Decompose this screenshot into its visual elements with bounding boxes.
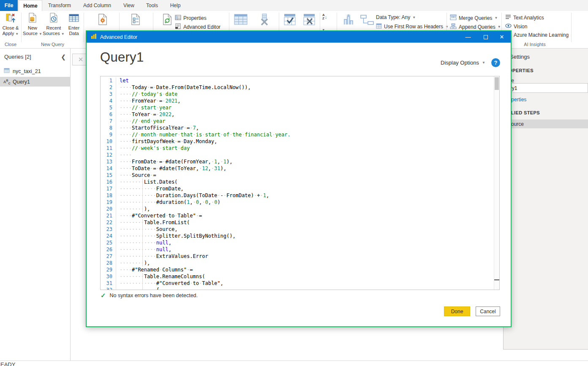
new-source-icon bbox=[27, 12, 38, 24]
code-line: 9····//·month·number·that·is·start·of·th… bbox=[101, 131, 494, 138]
group-separator bbox=[571, 13, 572, 42]
recent-sources-button[interactable]: Recent Sources ▼ bbox=[43, 12, 65, 37]
line-number: 14 bbox=[101, 165, 116, 172]
tab-transform[interactable]: Transform bbox=[44, 0, 75, 11]
code-line: 10····firstDayofWeek·=·Day.Monday, bbox=[101, 138, 494, 145]
chevron-down-icon: ▼ bbox=[39, 32, 42, 36]
code-line: 31············#"Converted·to·Table", bbox=[101, 280, 494, 287]
group-by-icon bbox=[360, 14, 374, 27]
done-button[interactable]: Done bbox=[444, 306, 470, 316]
chevron-collapse-icon[interactable]: ❮ bbox=[61, 54, 66, 60]
tab-home[interactable]: Home bbox=[19, 0, 42, 11]
dialog-title-bar[interactable]: Advanced Editor — ✕ bbox=[87, 31, 511, 43]
data-source-settings-icon bbox=[96, 13, 109, 27]
power-query-editor-window: File Home Transform Add Column View Tool… bbox=[0, 0, 588, 366]
advanced-editor-button[interactable]: Advanced Editor bbox=[175, 23, 220, 30]
minimize-icon[interactable]: — bbox=[461, 31, 475, 43]
tab-add-column[interactable]: Add Column bbox=[79, 0, 116, 11]
new-source-button[interactable]: New Source ▼ bbox=[23, 12, 42, 37]
keep-rows-button[interactable] bbox=[281, 14, 299, 27]
first-row-headers-label: Use First Row as Headers bbox=[384, 24, 443, 30]
code-editor[interactable]: 1let2····Today·=·Date.From(DateTime.Loca… bbox=[100, 76, 500, 290]
append-queries-button[interactable]: Append Queries ▼ bbox=[450, 23, 501, 30]
properties-button[interactable]: Properties bbox=[175, 14, 207, 22]
manage-parameters-button[interactable] bbox=[126, 13, 145, 27]
choose-columns-button[interactable] bbox=[231, 14, 250, 27]
help-icon[interactable]: ? bbox=[491, 58, 500, 67]
line-number: 1 bbox=[101, 77, 116, 84]
maximize-icon[interactable] bbox=[479, 31, 493, 43]
line-number: 27 bbox=[101, 253, 116, 260]
vision-button[interactable]: Vision bbox=[505, 23, 527, 30]
keep-rows-icon bbox=[284, 14, 297, 27]
line-number: 18 bbox=[101, 192, 116, 199]
queries-panel-title: Queries [2] bbox=[4, 54, 31, 60]
line-number: 22 bbox=[101, 219, 116, 226]
line-number: 21 bbox=[101, 212, 116, 219]
tab-help[interactable]: Help bbox=[166, 0, 185, 11]
enter-data-button[interactable]: Enter Data bbox=[65, 12, 82, 36]
azure-ml-button[interactable]: Azure Machine Learning bbox=[514, 32, 569, 38]
query-list-item-query1[interactable]: ABC Query1 bbox=[0, 77, 71, 87]
code-line: 3····//·today's·date bbox=[101, 91, 494, 98]
merge-queries-button[interactable]: Merge Queries ▼ bbox=[450, 14, 498, 22]
scrollbar-thumb[interactable] bbox=[495, 77, 499, 90]
refresh-preview-button[interactable] bbox=[158, 13, 176, 27]
code-line: 17············FromDate, bbox=[101, 185, 494, 192]
vision-label: Vision bbox=[514, 24, 527, 30]
remove-columns-icon bbox=[258, 14, 271, 27]
group-by-button[interactable] bbox=[358, 14, 376, 27]
code-line: 25············null, bbox=[101, 239, 494, 246]
text-analytics-button[interactable]: Text Analytics bbox=[505, 14, 544, 21]
close-icon[interactable]: ✕ bbox=[495, 31, 509, 43]
query-list-item-nyc-taxi[interactable]: nyc_taxi_21 bbox=[0, 66, 71, 76]
group-label-close: Close bbox=[1, 42, 20, 47]
code-line: 7····//·end·year bbox=[101, 118, 494, 125]
line-number: 16 bbox=[101, 179, 116, 185]
sort-ascending-button[interactable]: AZ ↓ bbox=[322, 14, 327, 20]
display-options-button[interactable]: Display Options bbox=[441, 60, 479, 66]
tab-view[interactable]: View bbox=[119, 0, 139, 11]
line-number: 9 bbox=[101, 131, 116, 138]
status-bar-text: EADY bbox=[0, 361, 15, 366]
advanced-editor-icon bbox=[175, 23, 183, 30]
check-icon: ✓ bbox=[101, 292, 106, 299]
cancel-button[interactable]: Cancel bbox=[476, 306, 500, 316]
close-apply-button[interactable]: Close & Apply ▼ bbox=[1, 12, 20, 37]
syntax-status-text: No syntax errors have been detected. bbox=[110, 293, 198, 298]
close-apply-label2: Apply bbox=[3, 31, 14, 36]
data-type-button[interactable]: Data Type: Any ▼ bbox=[376, 14, 416, 20]
line-number: 7 bbox=[101, 118, 116, 125]
chevron-down-icon: ▼ bbox=[15, 32, 19, 36]
remove-rows-button[interactable] bbox=[301, 14, 318, 27]
remove-rows-icon bbox=[303, 14, 316, 27]
first-row-headers-button[interactable]: Use First Row as Headers ▼ bbox=[376, 23, 449, 30]
chevron-down-icon: ▼ bbox=[498, 25, 501, 29]
enter-data-label: Enter bbox=[68, 25, 79, 31]
code-line: 8····StartofFiscalYear·=·7, bbox=[101, 125, 494, 131]
queries-panel: Queries [2] ❮ nyc_taxi_21 ABC Query1 bbox=[0, 49, 71, 361]
split-column-button[interactable] bbox=[340, 14, 357, 27]
group-separator bbox=[21, 13, 22, 42]
code-lines[interactable]: 1let2····Today·=·Date.From(DateTime.Loca… bbox=[101, 76, 494, 290]
chevron-down-icon: ▼ bbox=[412, 16, 416, 19]
editor-scrollbar[interactable] bbox=[494, 76, 499, 290]
refresh-preview-icon bbox=[161, 13, 174, 27]
data-source-settings-button[interactable] bbox=[92, 13, 113, 27]
line-number: 15 bbox=[101, 172, 116, 179]
arrow-down-icon: ↓ bbox=[325, 14, 327, 19]
line-number: 2 bbox=[101, 84, 116, 91]
tab-tools[interactable]: Tools bbox=[142, 0, 162, 11]
properties-icon bbox=[175, 14, 183, 22]
close-apply-label: Close & bbox=[3, 25, 19, 31]
remove-columns-button[interactable] bbox=[255, 14, 274, 27]
line-number: 13 bbox=[101, 158, 116, 165]
tab-file[interactable]: File bbox=[0, 0, 18, 11]
data-type-label: Data Type: Any bbox=[376, 14, 410, 20]
recent-sources-icon bbox=[48, 12, 59, 24]
query-name: Query1 bbox=[13, 79, 30, 85]
append-queries-label: Append Queries bbox=[459, 24, 495, 30]
line-number: 25 bbox=[101, 239, 116, 246]
power-bi-logo-icon bbox=[87, 33, 97, 41]
applied-step-source[interactable]: Source bbox=[503, 119, 588, 128]
